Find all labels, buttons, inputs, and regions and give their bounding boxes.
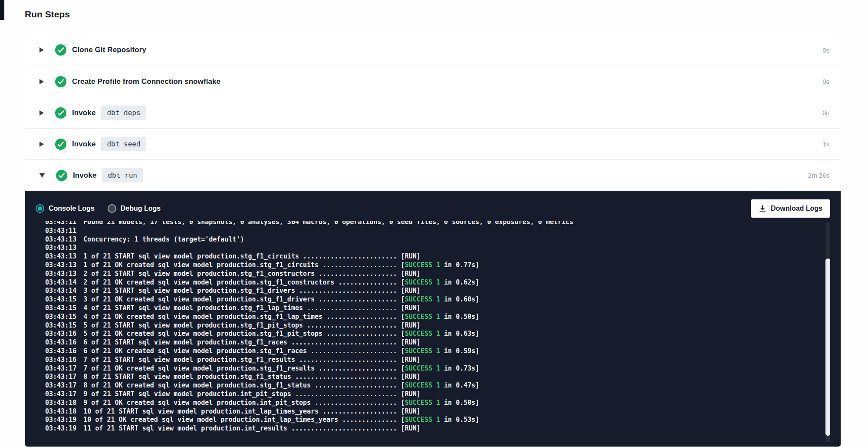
- log-view-radio[interactable]: Console Logs: [36, 204, 95, 213]
- step-label: Invoke: [72, 140, 95, 149]
- log-line: 03:43:142 of 21 OK created sql view mode…: [45, 278, 815, 287]
- log-message: 9 of 21 START sql view model production.…: [83, 390, 421, 398]
- command-chip: dbt deps: [101, 106, 146, 120]
- log-message: 1 of 21 OK created sql view model produc…: [83, 261, 405, 269]
- run-steps-list: Clone Git Repository 0s Create Profile f…: [25, 34, 841, 447]
- log-message-tail: in 0.77s]: [440, 261, 479, 269]
- log-line: 03:43:131 of 21 START sql view model pro…: [45, 252, 815, 261]
- download-logs-button[interactable]: Download Logs: [751, 199, 830, 218]
- log-message-tail: in 0.50s]: [440, 399, 479, 407]
- log-line: 03:43:155 of 21 START sql view model pro…: [45, 321, 815, 330]
- log-success-text: SUCCESS 1: [405, 295, 440, 303]
- log-timestamp: 03:43:14: [45, 287, 76, 295]
- log-message-tail: in 0.59s]: [440, 347, 479, 355]
- caret-icon[interactable]: [39, 47, 44, 53]
- log-output: 03:43:11Found 21 models, 17 tests, 0 sna…: [25, 221, 841, 447]
- log-line: 03:43:166 of 21 START sql view model pro…: [45, 338, 815, 347]
- log-timestamp: 03:43:13: [45, 252, 76, 260]
- log-success-text: SUCCESS 1: [405, 416, 440, 424]
- caret-icon[interactable]: [39, 173, 45, 178]
- log-line: 03:43:165 of 21 OK created sql view mode…: [45, 330, 815, 338]
- log-success-text: SUCCESS 1: [405, 313, 440, 321]
- log-line: 03:43:153 of 21 OK created sql view mode…: [45, 295, 815, 304]
- log-line: 03:43:179 of 21 START sql view model pro…: [45, 390, 815, 399]
- log-message: 3 of 21 START sql view model production.…: [83, 287, 421, 295]
- log-message-tail: in 0.63s]: [440, 330, 479, 338]
- log-message: 10 of 21 OK created sql view model produ…: [83, 416, 405, 424]
- log-timestamp: 03:43:13: [45, 235, 76, 243]
- log-timestamp: 03:43:15: [45, 313, 76, 321]
- step-label: Invoke: [73, 171, 96, 180]
- log-success-text: SUCCESS 1: [405, 381, 440, 389]
- log-message: 8 of 21 OK created sql view model produc…: [83, 381, 405, 389]
- log-message: 8 of 21 START sql view model production.…: [83, 373, 421, 381]
- step-row[interactable]: Invoke dbt deps 0s: [25, 97, 841, 128]
- step-duration: 0s: [822, 109, 829, 116]
- success-check-icon: [55, 44, 66, 56]
- step-duration: 1s: [822, 140, 829, 148]
- run-steps-section: Run Steps Clone Git Repository 0s Create…: [25, 9, 841, 447]
- success-check-icon: [56, 170, 67, 181]
- log-message: 11 of 21 START sql view model production…: [83, 424, 421, 432]
- log-message-tail: in 0.53s]: [440, 416, 479, 424]
- step-label: Create Profile from Connection snowflake: [72, 77, 220, 86]
- log-message-tail: in 0.47s]: [440, 381, 479, 389]
- step-row[interactable]: Create Profile from Connection snowflake…: [25, 66, 841, 97]
- log-success-text: SUCCESS 1: [405, 330, 440, 338]
- step-duration: 0s: [822, 78, 829, 85]
- log-message-tail: in 0.62s]: [440, 278, 479, 286]
- log-timestamp: 03:43:15: [45, 321, 76, 329]
- log-message: 9 of 21 OK created sql view model produc…: [83, 399, 405, 407]
- log-timestamp: 03:43:19: [45, 424, 76, 432]
- step-duration: 0s: [822, 46, 829, 54]
- step-label: Invoke: [72, 109, 95, 117]
- step-row[interactable]: Invoke dbt run 2m 26s: [25, 159, 841, 191]
- log-view-options: Console Logs Debug Logs: [36, 204, 161, 213]
- log-line: 03:43:143 of 21 START sql view model pro…: [45, 287, 815, 295]
- log-timestamp: 03:43:13: [45, 270, 76, 278]
- log-line: 03:43:1810 of 21 START sql view model pr…: [45, 407, 815, 416]
- log-message: 6 of 21 START sql view model production.…: [83, 338, 421, 346]
- log-timestamp: 03:43:17: [45, 373, 76, 381]
- log-view-radio[interactable]: Debug Logs: [108, 204, 161, 213]
- command-chip: dbt seed: [101, 137, 146, 151]
- log-timestamp: 03:43:13: [45, 244, 76, 252]
- success-check-icon: [55, 107, 66, 119]
- radio-icon[interactable]: [36, 204, 44, 213]
- step-duration: 2m 26s: [808, 172, 829, 179]
- log-message-tail: in 0.73s]: [440, 364, 479, 372]
- log-line: 03:43:11Found 21 models, 17 tests, 0 sna…: [45, 221, 815, 227]
- log-timestamp: 03:43:18: [45, 407, 76, 415]
- log-line: 03:43:189 of 21 OK created sql view mode…: [45, 399, 815, 407]
- log-success-text: SUCCESS 1: [405, 347, 440, 355]
- log-line: 03:43:1911 of 21 START sql view model pr…: [45, 424, 815, 433]
- log-line: 03:43:131 of 21 OK created sql view mode…: [45, 261, 815, 270]
- step-row[interactable]: Invoke dbt seed 1s: [25, 128, 841, 159]
- radio-label: Console Logs: [49, 205, 95, 212]
- log-timestamp: 03:43:19: [45, 416, 76, 424]
- log-timestamp: 03:43:16: [45, 356, 76, 364]
- log-timestamp: 03:43:18: [45, 399, 76, 407]
- log-scrollbar-thumb[interactable]: [825, 258, 830, 436]
- log-message: 2 of 21 OK created sql view model produc…: [83, 278, 405, 286]
- log-line: 03:43:1910 of 21 OK created sql view mod…: [45, 416, 815, 424]
- log-success-text: SUCCESS 1: [405, 278, 440, 286]
- log-message: 5 of 21 OK created sql view model produc…: [83, 330, 405, 338]
- log-message-tail: in 0.60s]: [440, 295, 479, 303]
- caret-icon[interactable]: [39, 142, 44, 147]
- caret-icon[interactable]: [39, 110, 44, 116]
- log-message-tail: in 0.50s]: [440, 313, 479, 321]
- command-chip: dbt run: [102, 168, 142, 182]
- log-line: 03:43:167 of 21 START sql view model pro…: [45, 356, 815, 364]
- log-message: 10 of 21 START sql view model production…: [83, 407, 421, 415]
- radio-label: Debug Logs: [121, 205, 161, 212]
- log-message: 2 of 21 START sql view model production.…: [83, 270, 421, 278]
- log-message: 4 of 21 START sql view model production.…: [83, 304, 421, 312]
- log-success-text: SUCCESS 1: [405, 364, 440, 372]
- log-message: Found 21 models, 17 tests, 0 snapshots, …: [83, 221, 573, 226]
- log-line: 03:43:132 of 21 START sql view model pro…: [45, 270, 815, 278]
- log-message: 1 of 21 START sql view model production.…: [83, 252, 421, 260]
- caret-icon[interactable]: [39, 79, 44, 84]
- step-row[interactable]: Clone Git Repository 0s: [25, 34, 841, 66]
- radio-icon[interactable]: [108, 204, 116, 213]
